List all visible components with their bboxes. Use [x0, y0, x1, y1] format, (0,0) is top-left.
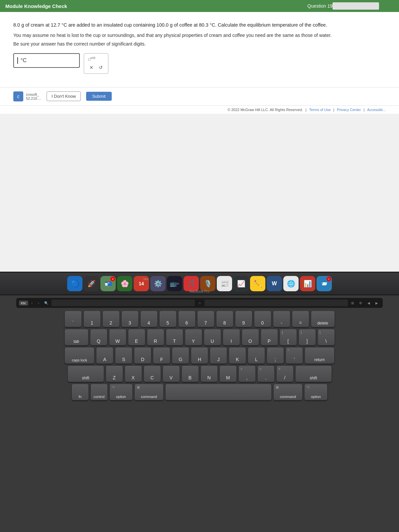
key-equals[interactable]: +=	[292, 311, 309, 327]
touch-bar-space2	[204, 300, 348, 306]
key-2[interactable]: @2	[102, 311, 120, 327]
toolbar-x-button[interactable]: ✕	[89, 65, 93, 70]
key-p[interactable]: P	[261, 329, 278, 345]
key-0[interactable]: )0	[254, 311, 271, 327]
key-8[interactable]: *8	[216, 311, 233, 327]
key-command-right[interactable]: ⌘ command	[273, 384, 303, 400]
top-bar: Module Knowledge Check Question 19	[0, 0, 399, 12]
key-shift-right[interactable]: shift	[295, 365, 332, 382]
key-7[interactable]: &7	[197, 311, 214, 327]
key-1[interactable]: !1	[83, 311, 101, 327]
touch-back[interactable]: ‹	[30, 301, 35, 306]
dock-item-stocks[interactable]: 📈	[233, 276, 249, 291]
key-backtick[interactable]: ~`	[65, 311, 82, 327]
key-5[interactable]: %5	[159, 311, 177, 327]
key-k[interactable]: K	[229, 347, 246, 364]
dock-item-outlook[interactable]: 📨 1	[317, 276, 332, 291]
touch-star[interactable]: ☆	[196, 301, 203, 306]
key-h[interactable]: H	[191, 347, 208, 364]
dock-item-mail[interactable]: 📬 8	[100, 276, 116, 291]
key-c[interactable]: C	[144, 365, 161, 382]
key-6[interactable]: ^6	[178, 311, 196, 327]
bottom-bar: c crosoft_52.210.... I Don't Know Submit	[0, 87, 399, 105]
tab-row: tab Q W E R T Y U I O P {[ }] |\	[7, 329, 392, 345]
key-y[interactable]: Y	[185, 329, 202, 345]
key-return[interactable]: return	[305, 347, 334, 364]
key-o[interactable]: O	[242, 329, 259, 345]
key-capslock[interactable]: caps lock	[65, 347, 94, 364]
key-9[interactable]: (9	[235, 311, 252, 327]
calendar-dec-badge: DEC	[144, 277, 148, 281]
dock-item-calendar[interactable]: 14 DEC	[134, 276, 149, 291]
key-semicolon[interactable]: :;	[267, 347, 284, 364]
toolbar-undo-button[interactable]: ↺	[99, 65, 103, 70]
dock-item-settings[interactable]: ⚙️	[150, 276, 166, 291]
key-slash[interactable]: ?/	[276, 365, 294, 382]
terms-link[interactable]: Terms of Use	[309, 108, 331, 112]
key-command-left[interactable]: ⌘ command	[134, 384, 164, 400]
touch-forward[interactable]: ›	[36, 301, 41, 306]
key-l[interactable]: L	[248, 347, 265, 364]
dock-item-tv[interactable]: 📺 tv	[167, 276, 182, 291]
touch-search[interactable]: 🔍	[42, 301, 50, 306]
key-fn[interactable]: fn	[71, 384, 89, 400]
key-minus[interactable]: _-	[273, 311, 290, 327]
dock-item-word[interactable]: W	[267, 276, 282, 291]
dock-item-powerpoint[interactable]: 📊	[300, 276, 315, 291]
key-lbracket[interactable]: {[	[280, 329, 297, 345]
privacy-link[interactable]: Privacy Center	[337, 108, 361, 112]
touch-vol[interactable]: ◀	[365, 301, 372, 306]
key-space[interactable]	[165, 384, 272, 400]
key-e[interactable]: E	[128, 329, 145, 345]
key-s[interactable]: S	[115, 347, 132, 364]
key-i[interactable]: I	[223, 329, 240, 345]
key-3[interactable]: #3	[121, 311, 139, 327]
submit-button[interactable]: Submit	[86, 92, 111, 101]
key-backslash[interactable]: |\	[318, 329, 335, 345]
accessibility-link[interactable]: Accessibi...	[367, 108, 386, 112]
dock-item-music[interactable]: 🎵	[184, 276, 199, 291]
dock-item-launchpad[interactable]: 🚀	[84, 276, 99, 291]
key-v[interactable]: V	[163, 365, 180, 382]
key-d[interactable]: D	[134, 347, 151, 364]
key-u[interactable]: U	[204, 329, 221, 345]
superscript-icon[interactable]: □x10	[87, 56, 97, 62]
key-j[interactable]: J	[210, 347, 227, 364]
key-option-right[interactable]: ⌥ option	[304, 384, 328, 400]
question-search-input[interactable]	[332, 2, 379, 10]
key-n[interactable]: N	[200, 365, 218, 382]
touch-gear[interactable]: ⚙	[357, 301, 364, 306]
dock-item-notes[interactable]: ✏️	[250, 276, 265, 291]
key-b[interactable]: B	[182, 365, 199, 382]
dont-know-button[interactable]: I Don't Know	[47, 91, 81, 101]
dock-item-news[interactable]: 📰	[217, 276, 232, 291]
touch-mute[interactable]: ▶	[373, 301, 380, 306]
key-t[interactable]: T	[166, 329, 183, 345]
touch-grid[interactable]: ⊞	[349, 301, 356, 306]
key-r[interactable]: R	[147, 329, 164, 345]
key-x[interactable]: X	[125, 365, 142, 382]
key-option-left[interactable]: ⌥ option	[109, 384, 133, 400]
dock-item-photos[interactable]: 🌸	[117, 276, 132, 291]
dock-item-chrome[interactable]: 🌐	[283, 276, 299, 291]
key-z[interactable]: Z	[106, 365, 123, 382]
key-4[interactable]: $4	[140, 311, 158, 327]
key-period[interactable]: >.	[257, 365, 275, 382]
key-quote[interactable]: "'	[286, 347, 303, 364]
key-comma[interactable]: <,	[238, 365, 256, 382]
key-tab[interactable]: tab	[65, 329, 88, 345]
key-w[interactable]: W	[109, 329, 126, 345]
key-control[interactable]: control	[90, 384, 108, 400]
key-m[interactable]: M	[219, 365, 237, 382]
key-g[interactable]: G	[172, 347, 189, 364]
touch-esc[interactable]: esc	[19, 301, 28, 306]
dock-item-podcasts[interactable]: 🎙️	[200, 276, 215, 291]
key-delete[interactable]: delete	[311, 311, 335, 327]
key-rbracket[interactable]: }]	[299, 329, 316, 345]
answer-input-wrapper[interactable]: °C	[13, 53, 80, 68]
key-f[interactable]: F	[153, 347, 170, 364]
key-shift-left[interactable]: shift	[67, 365, 104, 382]
key-a[interactable]: A	[96, 347, 113, 364]
key-q[interactable]: Q	[90, 329, 107, 345]
dock-item-finder[interactable]: 🔵	[67, 276, 82, 291]
